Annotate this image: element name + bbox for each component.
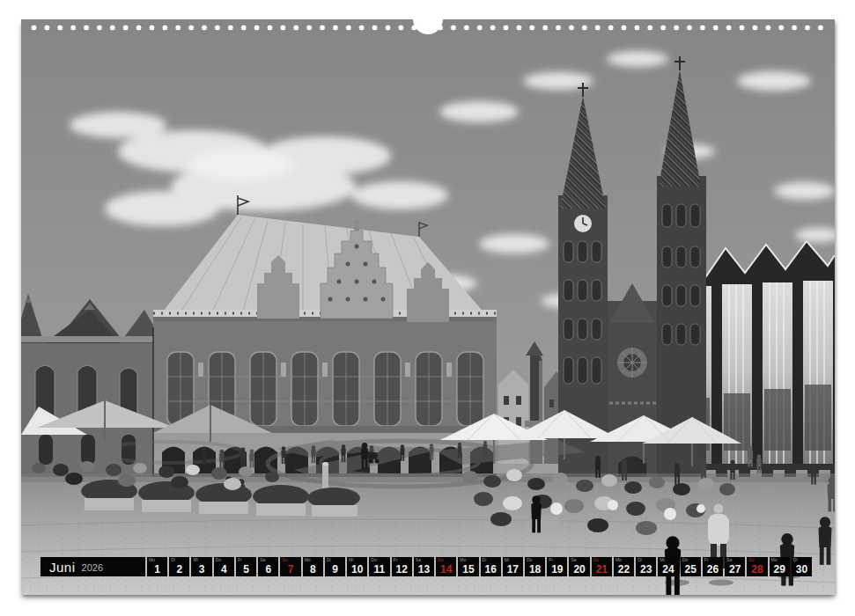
- calendar-day-cell: Mi 3: [191, 557, 211, 576]
- day-number: 11: [369, 563, 389, 576]
- day-weekday: Di: [483, 558, 487, 562]
- calendar-day-cell: Sa 20: [569, 557, 589, 576]
- day-weekday: Sa: [416, 558, 421, 562]
- year-number: 2026: [82, 562, 103, 573]
- calendar-day-cell: Mo 1: [147, 557, 167, 576]
- calendar-day-cell: Mo 8: [303, 557, 323, 576]
- day-weekday: Fr: [549, 558, 553, 562]
- calendar-day-cell: So 7: [280, 557, 300, 576]
- calendar-day-cell: Sa 6: [258, 557, 278, 576]
- day-number: 18: [525, 563, 545, 576]
- calendar-day-cell: Fr 26: [703, 557, 723, 576]
- day-weekday: Di: [327, 558, 331, 562]
- calendar-day-cell: Mi 17: [503, 557, 523, 576]
- day-weekday: Mi: [349, 558, 353, 562]
- calendar-day-cell: So 28: [747, 557, 767, 576]
- day-weekday: Do: [527, 558, 532, 562]
- calendar-day-cell: Fr 19: [547, 557, 567, 576]
- calendar-sheet: Juni 2026 Mo 1 Di 2 Mi 3 Do 4 Fr 5 Sa 6 …: [21, 19, 835, 595]
- day-number: 27: [725, 563, 745, 576]
- calendar-date-strip: Juni 2026 Mo 1 Di 2 Mi 3 Do 4 Fr 5 Sa 6 …: [41, 557, 812, 576]
- day-number: 8: [303, 563, 323, 576]
- day-weekday: Fr: [238, 558, 242, 562]
- day-weekday: Di: [793, 558, 798, 562]
- calendar-product-image: { "calendar_bar": { "month": "Juni", "ye…: [0, 0, 855, 616]
- hanger-notch: [413, 4, 443, 34]
- day-number: 14: [436, 563, 456, 576]
- calendar-day-cell: Do 11: [369, 557, 389, 576]
- day-number: 13: [414, 563, 434, 576]
- day-weekday: Di: [638, 558, 642, 562]
- calendar-day-cell: Mo 22: [614, 557, 634, 576]
- calendar-day-cell: Mi 10: [347, 557, 367, 576]
- day-number: 2: [169, 563, 189, 576]
- day-number: 22: [614, 563, 634, 576]
- calendar-day-cell: Do 4: [214, 557, 234, 576]
- calendar-day-cell: Do 25: [681, 557, 701, 576]
- calendar-day-cell: Mo 29: [770, 557, 790, 576]
- day-number: 17: [503, 563, 523, 576]
- day-number: 5: [236, 563, 256, 576]
- month-year-label: Juni 2026: [41, 557, 145, 576]
- day-weekday: Mo: [771, 558, 778, 562]
- calendar-day-cell: Fr 12: [392, 557, 412, 576]
- bollard: [322, 462, 328, 488]
- day-number: 19: [547, 563, 567, 576]
- calendar-day-cell: Di 2: [169, 557, 189, 576]
- day-number: 1: [147, 563, 167, 576]
- calendar-day-cell: Di 9: [325, 557, 345, 576]
- calendar-day-cell: So 21: [592, 557, 612, 576]
- calendar-day-cell: Fr 5: [236, 557, 256, 576]
- day-number: 26: [703, 563, 723, 576]
- day-weekday: Do: [371, 558, 376, 562]
- day-number: 3: [191, 563, 211, 576]
- day-weekday: So: [282, 558, 287, 562]
- bremen-market-square-photo: [21, 19, 835, 595]
- day-weekday: Mi: [660, 558, 664, 562]
- calendar-day-cell: Sa 27: [725, 557, 745, 576]
- day-weekday: Mo: [305, 558, 311, 562]
- day-number: 23: [636, 563, 656, 576]
- day-weekday: Sa: [571, 558, 576, 562]
- day-weekday: So: [593, 558, 599, 562]
- day-number: 20: [569, 563, 589, 576]
- day-weekday: Fr: [704, 558, 709, 562]
- day-number: 6: [258, 563, 278, 576]
- day-number: 15: [458, 563, 478, 576]
- day-weekday: Mo: [615, 558, 622, 562]
- day-weekday: Mi: [505, 558, 509, 562]
- day-number: 10: [347, 563, 367, 576]
- day-weekday: Do: [216, 558, 221, 562]
- calendar-day-cell: So 14: [436, 557, 456, 576]
- day-number: 25: [681, 563, 701, 576]
- day-weekday: Mi: [193, 558, 197, 562]
- day-number: 9: [325, 563, 345, 576]
- day-weekday: So: [438, 558, 443, 562]
- day-weekday: Di: [171, 558, 175, 562]
- calendar-day-cell: Di 16: [481, 557, 501, 576]
- day-number: 30: [792, 563, 812, 576]
- day-weekday: So: [748, 558, 754, 562]
- day-weekday: Sa: [260, 558, 265, 562]
- calendar-day-cell: Do 18: [525, 557, 545, 576]
- day-number: 24: [658, 563, 678, 576]
- day-number: 7: [280, 563, 300, 576]
- calendar-day-cell: Sa 13: [414, 557, 434, 576]
- calendar-day-cell: Di 30: [792, 557, 812, 576]
- day-number: 28: [747, 563, 767, 576]
- day-weekday: Mo: [149, 558, 155, 562]
- day-weekday: Mo: [460, 558, 466, 562]
- day-number: 21: [592, 563, 612, 576]
- month-name: Juni: [49, 560, 76, 575]
- day-number: 16: [481, 563, 501, 576]
- day-weekday: Do: [682, 558, 688, 562]
- calendar-day-cell: Mo 15: [458, 557, 478, 576]
- day-number: 29: [770, 563, 790, 576]
- day-weekday: Sa: [726, 558, 732, 562]
- day-number: 4: [214, 563, 234, 576]
- calendar-day-cell: Di 23: [636, 557, 656, 576]
- day-number: 12: [392, 563, 412, 576]
- day-weekday: Fr: [394, 558, 398, 562]
- calendar-day-cell: Mi 24: [658, 557, 678, 576]
